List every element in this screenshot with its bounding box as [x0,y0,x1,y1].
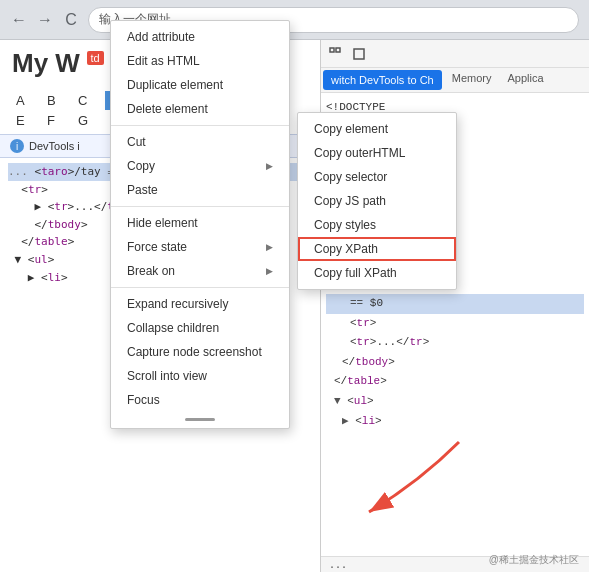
context-menu-overlay: Add attribute Edit as HTML Duplicate ele… [0,0,589,572]
menu-cut[interactable]: Cut [111,130,289,154]
submenu-copy-outerhtml[interactable]: Copy outerHTML [298,141,456,165]
red-arrow-annotation [339,422,539,542]
divider-2 [111,206,289,207]
watermark: @稀土掘金技术社区 [489,553,579,567]
menu-focus[interactable]: Focus [111,388,289,412]
submenu-copy-styles[interactable]: Copy styles [298,213,456,237]
menu-expand[interactable]: Expand recursively [111,292,289,316]
menu-add-attribute[interactable]: Add attribute [111,25,289,49]
menu-duplicate[interactable]: Duplicate element [111,73,289,97]
menu-force-state[interactable]: Force state [111,235,289,259]
submenu-copy-full-xpath[interactable]: Copy full XPath [298,261,456,285]
menu-scroll[interactable]: Scroll into view [111,364,289,388]
submenu-copy-selector[interactable]: Copy selector [298,165,456,189]
menu-paste[interactable]: Paste [111,178,289,202]
menu-edit-html[interactable]: Edit as HTML [111,49,289,73]
menu-screenshot[interactable]: Capture node screenshot [111,340,289,364]
submenu-copy-element[interactable]: Copy element [298,117,456,141]
copy-submenu: Copy element Copy outerHTML Copy selecto… [297,112,457,290]
menu-delete[interactable]: Delete element [111,97,289,121]
submenu-copy-js-path[interactable]: Copy JS path [298,189,456,213]
submenu-copy-xpath[interactable]: Copy XPath [298,237,456,261]
menu-hide[interactable]: Hide element [111,211,289,235]
context-menu: Add attribute Edit as HTML Duplicate ele… [110,20,290,429]
divider-1 [111,125,289,126]
divider-3 [111,287,289,288]
menu-collapse[interactable]: Collapse children [111,316,289,340]
menu-break-on[interactable]: Break on [111,259,289,283]
menu-copy[interactable]: Copy [111,154,289,178]
